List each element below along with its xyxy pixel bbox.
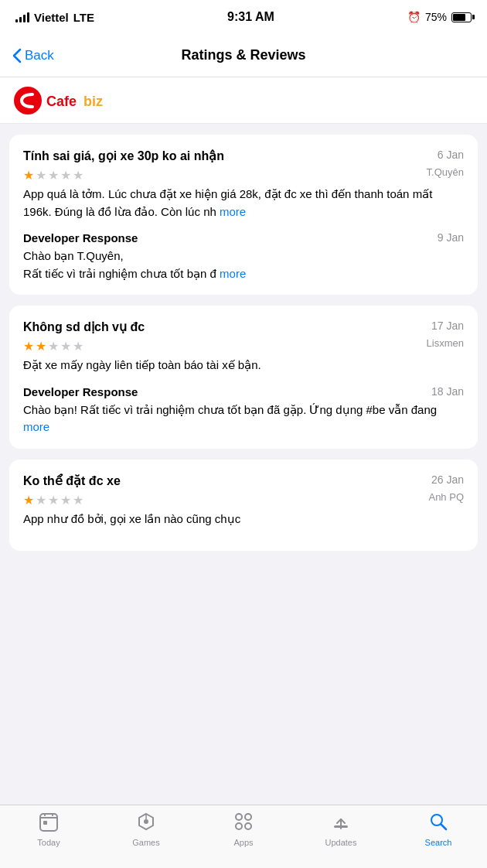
review-stars: ★ ★ ★ ★ ★: [23, 168, 83, 183]
tab-search[interactable]: Search: [390, 812, 487, 847]
status-right: ⏰ 75%: [407, 11, 472, 23]
review-card: Không sd dịch vụ đc 17 Jan ★ ★ ★ ★ ★ Lis…: [9, 306, 478, 449]
star-2: ★: [36, 168, 46, 183]
star-5: ★: [73, 493, 83, 507]
dev-response-text: Chào bạn! Rất tiếc vì trải nghiệm chưa t…: [23, 402, 464, 436]
svg-point-11: [245, 814, 251, 820]
alarm-icon: ⏰: [407, 11, 421, 23]
signal-icon: [15, 12, 29, 22]
carrier-label: Viettel: [34, 11, 69, 24]
dev-response-more-link[interactable]: more: [220, 267, 246, 280]
review-title: Không sd dịch vụ đc: [23, 320, 424, 334]
dev-response-header: Developer Response 9 Jan: [23, 231, 464, 244]
svg-rect-14: [334, 825, 348, 828]
star-4: ★: [60, 339, 71, 354]
dev-response-date: 18 Jan: [431, 385, 464, 398]
back-label: Back: [25, 48, 54, 63]
apps-icon: [233, 812, 254, 835]
developer-response: Developer Response 9 Jan Chào bạn T.Quyê…: [23, 231, 464, 282]
tab-search-label: Search: [425, 838, 452, 847]
network-label: LTE: [73, 11, 94, 24]
review-text: Đặt xe mấy ngày liên tiếp toàn báo tài x…: [23, 357, 464, 374]
star-1: ★: [23, 339, 34, 354]
back-button[interactable]: Back: [12, 48, 54, 63]
stars-row: ★ ★ ★ ★ ★ T.Quyên: [23, 166, 464, 186]
review-date: 26 Jan: [431, 473, 464, 486]
svg-text:Cafe: Cafe: [46, 94, 77, 109]
dev-response-text: Chào bạn T.Quyên,Rất tiếc vì trải nghiệm…: [23, 248, 464, 282]
review-date: 17 Jan: [431, 320, 464, 332]
star-3: ★: [48, 168, 59, 183]
review-card: Ko thể đặt đc xe 26 Jan ★ ★ ★ ★ ★ Anh PQ…: [9, 460, 478, 552]
svg-rect-4: [40, 817, 57, 818]
dev-response-header: Developer Response 18 Jan: [23, 385, 464, 398]
review-more-link[interactable]: more: [220, 205, 246, 218]
star-4: ★: [60, 493, 71, 507]
star-3: ★: [48, 339, 59, 354]
svg-point-10: [236, 814, 242, 820]
review-stars: ★ ★ ★ ★ ★: [23, 339, 83, 354]
tab-bar: Today Games Apps: [0, 805, 487, 868]
reviews-list: Tính sai giá, gọi xe 30p ko ai nhận 6 Ja…: [0, 124, 487, 642]
tab-apps[interactable]: Apps: [195, 812, 292, 847]
status-time: 9:31 AM: [227, 10, 274, 24]
svg-point-8: [144, 819, 148, 824]
status-bar: Viettel LTE 9:31 AM ⏰ 75%: [0, 0, 487, 34]
tab-updates[interactable]: Updates: [292, 812, 390, 847]
nav-bar: Back Ratings & Reviews: [0, 34, 487, 77]
svg-point-0: [14, 87, 42, 114]
review-author: Anh PQ: [428, 491, 464, 503]
review-author: T.Quyên: [427, 166, 464, 178]
search-icon: [428, 812, 448, 835]
dev-response-label: Developer Response: [23, 231, 138, 244]
svg-rect-7: [43, 821, 47, 825]
battery-percent: 75%: [425, 11, 447, 23]
star-5: ★: [73, 168, 83, 183]
svg-point-13: [245, 823, 251, 829]
svg-rect-3: [40, 814, 57, 831]
dev-response-more-link[interactable]: more: [23, 420, 49, 433]
tab-today[interactable]: Today: [0, 812, 97, 847]
star-5: ★: [73, 339, 83, 354]
games-icon: [136, 812, 156, 835]
tab-games-label: Games: [132, 838, 159, 847]
tab-games[interactable]: Games: [97, 812, 195, 847]
dev-response-label: Developer Response: [23, 385, 138, 398]
star-4: ★: [60, 168, 71, 183]
star-1: ★: [23, 493, 34, 507]
page-title: Ratings & Reviews: [0, 47, 487, 63]
review-title: Ko thể đặt đc xe: [23, 473, 424, 488]
review-stars: ★ ★ ★ ★ ★: [23, 493, 83, 507]
battery-icon: [451, 12, 472, 22]
star-1: ★: [23, 168, 34, 183]
svg-rect-6: [52, 813, 53, 816]
star-3: ★: [48, 493, 59, 507]
tab-today-label: Today: [37, 838, 60, 847]
review-author: Lisxmen: [427, 337, 464, 349]
svg-text:biz: biz: [83, 94, 103, 109]
developer-response: Developer Response 18 Jan Chào bạn! Rất …: [23, 385, 464, 436]
svg-rect-5: [44, 813, 46, 816]
review-header: Tính sai giá, gọi xe 30p ko ai nhận 6 Ja…: [23, 149, 464, 163]
star-2: ★: [36, 493, 46, 507]
stars-row: ★ ★ ★ ★ ★ Lisxmen: [23, 337, 464, 357]
svg-point-12: [236, 823, 242, 829]
star-2: ★: [36, 339, 46, 354]
review-header: Không sd dịch vụ đc 17 Jan: [23, 320, 464, 334]
review-date: 6 Jan: [438, 149, 464, 161]
tab-apps-label: Apps: [233, 838, 253, 847]
review-header: Ko thể đặt đc xe 26 Jan: [23, 473, 464, 488]
dev-response-date: 9 Jan: [438, 231, 464, 244]
stars-row: ★ ★ ★ ★ ★ Anh PQ: [23, 491, 464, 511]
review-text: App như đồ bởi, gọi xe lần nào cũng chục: [23, 511, 464, 528]
today-icon: [39, 812, 59, 835]
svg-line-16: [441, 825, 447, 830]
updates-icon: [331, 812, 351, 835]
tab-updates-label: Updates: [325, 838, 357, 847]
review-card: Tính sai giá, gọi xe 30p ko ai nhận 6 Ja…: [9, 135, 478, 295]
logo-bar: Cafe biz: [0, 77, 487, 124]
review-title: Tính sai giá, gọi xe 30p ko ai nhận: [23, 149, 430, 163]
cafebiz-logo: Cafe biz: [12, 85, 113, 116]
review-text: App quá là tởm. Lúc chưa đặt xe hiện giá…: [23, 186, 464, 220]
status-left: Viettel LTE: [15, 11, 94, 24]
